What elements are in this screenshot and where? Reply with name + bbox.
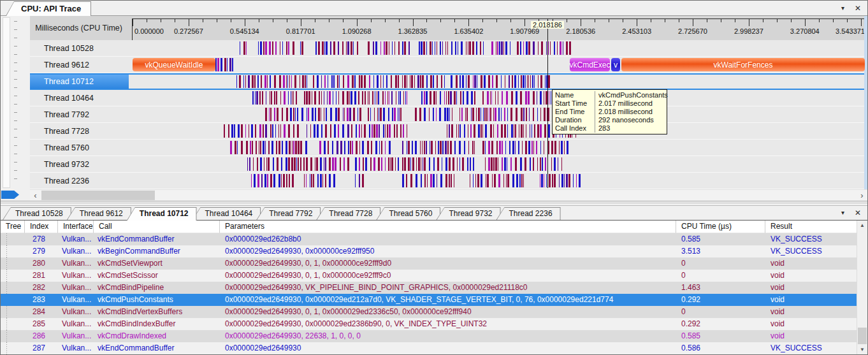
ruler-minor-tick [595, 19, 595, 22]
scroll-up-icon[interactable]: ▲ [857, 221, 867, 230]
table-row-285[interactable]: 285Vulkan...vkCmdBindIndexBuffer0x000002… [1, 318, 858, 330]
api-call-stripe [331, 75, 333, 88]
timeline-thread-row[interactable]: Thread 10528 [30, 40, 867, 57]
ruler-minor-tick [482, 19, 483, 22]
tab-thread-10712[interactable]: Thread 10712 [127, 207, 197, 221]
zoom-tick [14, 21, 17, 22]
hscroll-thumb[interactable] [41, 191, 155, 200]
api-call-stripe [272, 41, 273, 55]
table-row-284[interactable]: 284Vulkan...vkCmdBindVertexBuffers0x0000… [1, 306, 858, 318]
table-row-278[interactable]: 278Vulkan...vkEndCommandBuffer0x0000029e… [1, 233, 858, 245]
column-header-index[interactable]: Index [25, 221, 58, 233]
api-call-stripe [560, 41, 561, 55]
timeline-thread-row[interactable]: Thread 2236 [30, 173, 867, 189]
api-call-stripe [486, 108, 488, 121]
table-row-287[interactable]: 287Vulkan...vkEndCommandBuffer0x0000029e… [1, 342, 858, 354]
ruler-tick-label: 2.725670 [678, 27, 707, 35]
column-header-call[interactable]: Call [94, 221, 220, 233]
timeline-hscrollbar[interactable]: ‹ › [30, 189, 867, 201]
panel-menu-icon[interactable]: ▾ [841, 210, 844, 216]
api-call-stripe [461, 41, 463, 55]
table-row-283[interactable]: 283Vulkan...vkCmdPushConstants0x0000029e… [1, 294, 858, 306]
timeline-thread-row[interactable]: Thread 9612vkQueueWaitIdlevkCmdExecvvkWa… [30, 57, 867, 73]
vscroll-thumb[interactable] [858, 328, 867, 344]
column-header-tree[interactable]: Tree [1, 221, 25, 233]
table-vscrollbar[interactable]: ▲ ▼ [857, 221, 867, 354]
tooltip-value: 2.017 millisecond [595, 99, 667, 108]
timeline-thread-row[interactable]: Thread 10712 [30, 73, 867, 90]
api-call-stripe [540, 124, 542, 138]
tab-thread-10528[interactable]: Thread 10528 [3, 207, 71, 220]
api-call-stripe [537, 157, 538, 171]
zoom-slider-track[interactable] [3, 17, 10, 188]
api-call-block-vkqueuewaitidle[interactable]: vkQueueWaitIdle [133, 58, 215, 71]
column-header-result[interactable]: Result [765, 221, 858, 233]
tab-thread-9732[interactable]: Thread 9732 [436, 207, 500, 220]
timeline-thread-row[interactable]: Thread 7792 [30, 106, 867, 123]
cell-index: 283 [25, 294, 58, 306]
api-call-stripe [340, 157, 341, 171]
panel-splitter[interactable] [1, 201, 867, 206]
table-row-280[interactable]: 280Vulkan...vkCmdSetViewport0x0000029ed2… [1, 257, 858, 270]
api-call-stripe [495, 91, 496, 105]
api-call-block-vkwaitforfences[interactable]: vkWaitForFences [621, 58, 865, 71]
scroll-right-icon[interactable]: › [857, 190, 867, 201]
ruler-caption: Milliseconds (CPU Time) [30, 16, 129, 40]
ruler-minor-tick [791, 19, 792, 22]
zoom-slider-thumb[interactable] [1, 191, 19, 199]
api-call-stripe [530, 75, 531, 88]
panel-close-icon[interactable]: ✕ [855, 209, 861, 217]
api-call-stripe [330, 108, 332, 121]
tab-thread-7728[interactable]: Thread 7728 [316, 207, 380, 220]
tab-thread-10464[interactable]: Thread 10464 [192, 207, 261, 220]
api-call-stripe [329, 174, 331, 187]
api-call-stripe [313, 75, 314, 88]
cell-cpu: 0 [676, 306, 765, 318]
api-call-stripe [362, 174, 364, 187]
timeline-thread-row[interactable]: Thread 10464 [30, 90, 867, 106]
api-call-stripe [468, 75, 470, 88]
table-row-281[interactable]: 281Vulkan...vkCmdSetScissor0x0000029ed26… [1, 270, 858, 282]
timeline-vscrollbar[interactable] [864, 16, 867, 189]
api-call-stripe [480, 41, 481, 55]
tab-thread-9612[interactable]: Thread 9612 [67, 207, 131, 220]
tab-cpu-api-trace[interactable]: CPU: API Trace [6, 1, 91, 16]
api-call-block-v[interactable]: v [611, 58, 620, 71]
panel-menu-icon[interactable]: ▾ [841, 5, 844, 11]
column-header-cpu[interactable]: CPU Time (µs) [676, 221, 765, 233]
api-call-stripe [368, 108, 369, 121]
tab-thread-5760[interactable]: Thread 5760 [376, 207, 440, 220]
column-header-interface[interactable]: Interface [58, 221, 94, 233]
cell-cpu: 0.292 [676, 318, 765, 330]
api-call-stripe [540, 75, 542, 88]
api-call-stripe [532, 141, 533, 154]
timeline-thread-row[interactable]: Thread 7728 [30, 123, 867, 140]
api-call-stripe [450, 141, 452, 154]
panel-close-icon[interactable]: ✕ [855, 4, 861, 12]
api-call-stripe [279, 75, 281, 88]
timeline-thread-row[interactable]: Thread 9732 [30, 156, 867, 173]
table-row-286[interactable]: 286Vulkan...vkCmdDrawIndexed0x0000029ed2… [1, 330, 858, 342]
table-row-279[interactable]: 279Vulkan...vkBeginCommandBuffer0x000002… [1, 245, 858, 257]
tab-thread-7792[interactable]: Thread 7792 [256, 207, 321, 220]
api-call-stripe [474, 141, 475, 154]
tooltip-value: 292 nanoseconds [595, 116, 667, 124]
scroll-left-icon[interactable]: ‹ [30, 190, 41, 201]
api-call-stripe [472, 41, 474, 55]
table-row-282[interactable]: 282Vulkan...vkCmdBindPipeline0x0000029ed… [1, 282, 858, 294]
ruler-ticks: 0.0000000.2725670.5451340.8177011.090268… [132, 18, 865, 40]
cell-cpu: 3.513 [676, 245, 765, 257]
thread-tabbar: Thread 10528Thread 9612Thread 10712Threa… [1, 206, 867, 221]
api-call-stripe [491, 157, 493, 171]
api-call-stripe [278, 174, 280, 187]
column-header-params[interactable]: Parameters [220, 221, 676, 233]
api-call-stripe [263, 124, 264, 138]
api-call-stripe [414, 75, 415, 88]
api-call-stripe [317, 174, 319, 187]
tab-thread-2236[interactable]: Thread 2236 [496, 207, 561, 220]
api-call-block-vkcmdexec[interactable]: vkCmdExec [570, 58, 610, 71]
api-call-stripe [404, 41, 406, 55]
scroll-down-icon[interactable]: ▼ [857, 345, 867, 354]
cell-index: 286 [25, 330, 58, 342]
timeline-thread-row[interactable]: Thread 5760 [30, 140, 867, 156]
